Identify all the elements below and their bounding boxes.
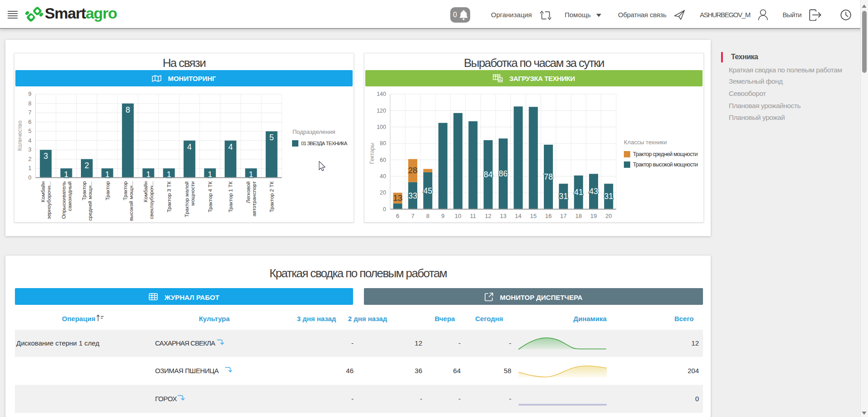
svg-text:11: 11 <box>470 213 476 219</box>
svg-text:1: 1 <box>146 170 151 179</box>
svg-text:Легковойавтотранспорт: Легковойавтотранспорт <box>245 181 257 216</box>
svg-text:33: 33 <box>408 191 417 200</box>
svg-text:Трактор средней мощности: Трактор средней мощности <box>633 151 698 157</box>
svg-text:9: 9 <box>28 91 32 97</box>
svg-text:7: 7 <box>411 213 414 219</box>
svg-text:16: 16 <box>545 213 552 219</box>
svg-text:Подразделения: Подразделения <box>292 128 335 135</box>
svg-text:3: 3 <box>43 152 48 161</box>
svg-text:78: 78 <box>544 172 553 181</box>
svg-text:Трактор малоймощности: Трактор малоймощности <box>184 181 195 217</box>
svg-text:1: 1 <box>167 170 171 179</box>
svg-text:Трактор 1 ТК: Трактор 1 ТК <box>228 181 233 213</box>
svg-text:8: 8 <box>426 213 429 219</box>
svg-text:0: 0 <box>383 206 386 213</box>
svg-text:1: 1 <box>28 165 32 171</box>
svg-text:Трактор 3 ТК: Трактор 3 ТК <box>166 181 172 213</box>
svg-text:18: 18 <box>575 213 581 219</box>
svg-text:1: 1 <box>249 170 253 179</box>
svg-text:43: 43 <box>589 187 598 196</box>
svg-text:Трактор 2 ТК: Трактор 2 ТК <box>269 181 274 213</box>
svg-text:4: 4 <box>28 137 32 144</box>
svg-text:120: 120 <box>377 108 386 114</box>
svg-text:31: 31 <box>559 192 568 201</box>
svg-text:1: 1 <box>208 170 212 179</box>
svg-text:19: 19 <box>590 213 597 219</box>
svg-text:5: 5 <box>28 128 32 134</box>
svg-text:9: 9 <box>441 213 444 219</box>
svg-text:Классы техники: Классы техники <box>624 139 667 146</box>
svg-text:Комбайнсвеклоубороч...: Комбайнсвеклоубороч... <box>143 181 154 219</box>
svg-text:4: 4 <box>228 142 233 152</box>
svg-text:13: 13 <box>500 213 506 219</box>
svg-text:Опрыскивательсамоходный: Опрыскивательсамоходный <box>61 181 72 219</box>
svg-text:Трактор 4 ТК: Трактор 4 ТК <box>208 181 213 213</box>
svg-text:Комбайнзерноуборочн...: Комбайнзерноуборочн... <box>40 181 52 219</box>
svg-text:17: 17 <box>560 213 566 219</box>
svg-text:12: 12 <box>485 213 491 219</box>
svg-text:8: 8 <box>28 100 32 107</box>
svg-text:60: 60 <box>380 157 386 163</box>
svg-text:14: 14 <box>515 213 521 219</box>
svg-text:Гектары: Гектары <box>369 143 375 164</box>
svg-text:Количество: Количество <box>17 120 23 151</box>
svg-text:Трактор высокой мощности: Трактор высокой мощности <box>633 161 698 168</box>
svg-text:0: 0 <box>28 175 32 181</box>
svg-text:41: 41 <box>574 188 583 197</box>
svg-text:80: 80 <box>380 140 386 147</box>
svg-text:3: 3 <box>28 147 32 153</box>
svg-text:31: 31 <box>604 192 613 201</box>
svg-text:4: 4 <box>187 142 192 152</box>
svg-text:140: 140 <box>377 91 386 97</box>
svg-text:40: 40 <box>380 173 386 180</box>
svg-text:2: 2 <box>85 161 89 170</box>
svg-text:Тракторсредней мощн...: Тракторсредней мощн... <box>81 181 93 221</box>
svg-text:20: 20 <box>380 190 386 196</box>
svg-text:13: 13 <box>393 194 402 203</box>
svg-text:8: 8 <box>126 105 130 114</box>
svg-text:86: 86 <box>499 169 508 178</box>
svg-text:10: 10 <box>455 213 461 219</box>
svg-text:28: 28 <box>408 166 417 175</box>
svg-text:1: 1 <box>105 170 109 179</box>
svg-text:1: 1 <box>64 170 69 179</box>
svg-text:84: 84 <box>484 170 493 179</box>
svg-text:6: 6 <box>396 213 399 219</box>
svg-text:Тракторвысокой мощн...: Тракторвысокой мощн... <box>123 181 134 221</box>
svg-text:15: 15 <box>530 213 536 219</box>
svg-text:45: 45 <box>423 186 432 195</box>
svg-text:20: 20 <box>605 213 612 219</box>
svg-text:6: 6 <box>28 119 32 125</box>
svg-text:100: 100 <box>377 124 386 130</box>
svg-text:5: 5 <box>269 133 274 142</box>
svg-text:7: 7 <box>28 109 32 116</box>
svg-text:Трактор: Трактор <box>105 181 110 200</box>
svg-text:2: 2 <box>28 156 32 162</box>
svg-text:01 ЗВЕЗДА ТЕХНИКА: 01 ЗВЕЗДА ТЕХНИКА <box>301 141 348 146</box>
